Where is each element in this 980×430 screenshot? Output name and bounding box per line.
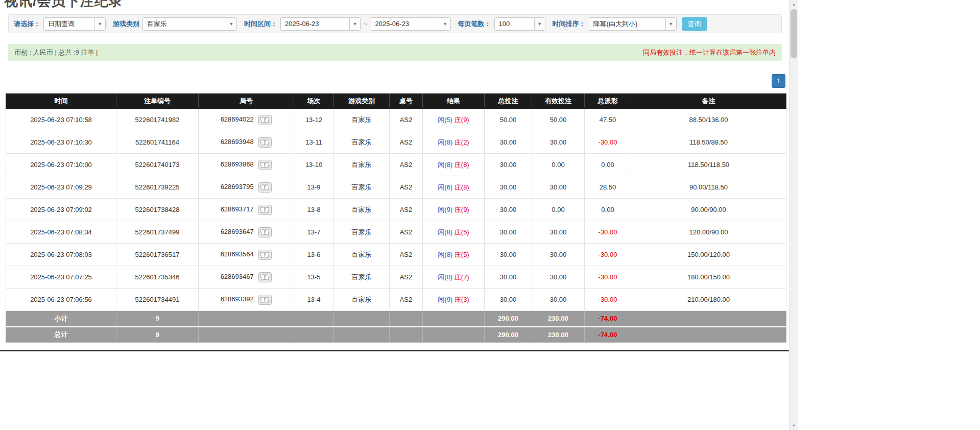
chevron-down-icon[interactable]: ▼ bbox=[665, 18, 676, 30]
cell-total-bet[interactable]: 30.00 bbox=[485, 131, 532, 154]
page-size-select[interactable]: 100 ▼ bbox=[494, 17, 545, 31]
date-from-picker[interactable]: 2025-06-23 ▼ bbox=[280, 17, 361, 31]
header-round: 局号 bbox=[199, 94, 294, 109]
total-valid-bet: 230.00 bbox=[532, 327, 585, 343]
cell-game-type: 百家乐 bbox=[334, 289, 390, 311]
currency-total-text: 币别 : 人民币 | 总共 :9 注单 | bbox=[14, 48, 98, 57]
chevron-down-icon[interactable]: ▼ bbox=[349, 18, 360, 30]
cell-note: 120.00/90.00 bbox=[631, 221, 786, 244]
cell-session: 13-8 bbox=[294, 199, 334, 221]
cell-round: 628693647 bbox=[199, 221, 294, 244]
page-1-button[interactable]: 1 bbox=[772, 74, 785, 88]
cell-round: 628693717 bbox=[199, 199, 294, 221]
player-result: 闲(6) bbox=[438, 183, 452, 191]
time-sort-value: 降冪(由大到小) bbox=[589, 18, 665, 30]
banker-result: 庄(9) bbox=[455, 206, 469, 213]
subtotal-count: 9 bbox=[116, 311, 199, 327]
query-type-label: 请选择： bbox=[14, 19, 40, 29]
view-cards-icon[interactable] bbox=[258, 250, 272, 260]
cell-valid-bet: 30.00 bbox=[532, 266, 585, 289]
banker-result: 庄(2) bbox=[455, 138, 469, 146]
cell-result: 闲(6) 庄(8) bbox=[423, 176, 485, 199]
view-cards-icon[interactable] bbox=[258, 137, 272, 148]
view-cards-icon[interactable] bbox=[258, 205, 272, 215]
subtotal-row: 小计 9 290.00 230.00 -74.00 bbox=[6, 311, 786, 327]
round-number: 628693948 bbox=[221, 138, 254, 146]
cell-total-bet[interactable]: 30.00 bbox=[485, 266, 532, 289]
cell-game-type: 百家乐 bbox=[334, 154, 390, 176]
banker-result: 庄(5) bbox=[455, 251, 469, 258]
subtotal-valid-bet: 230.00 bbox=[532, 311, 585, 327]
cell-result: 闲(8) 庄(2) bbox=[423, 131, 485, 154]
cell-total-bet[interactable]: 30.00 bbox=[485, 221, 532, 244]
query-type-select[interactable]: 日期查询 ▼ bbox=[43, 17, 106, 31]
total-count: 9 bbox=[116, 327, 199, 343]
cell-session: 13-6 bbox=[294, 244, 334, 266]
cell-payout: 0.00 bbox=[585, 199, 631, 221]
cell-session: 13-10 bbox=[294, 154, 334, 176]
date-to-picker[interactable]: 2025-06-23 ▼ bbox=[371, 17, 451, 31]
round-number: 628693392 bbox=[221, 295, 254, 303]
table-row: 2025-06-23 07:07:25 522601735346 6286934… bbox=[6, 266, 786, 289]
cell-total-bet[interactable]: 50.00 bbox=[485, 109, 532, 131]
chevron-down-icon[interactable]: ▼ bbox=[94, 18, 105, 30]
cell-table-no: AS2 bbox=[390, 199, 423, 221]
cell-game-type: 百家乐 bbox=[334, 221, 390, 244]
scroll-up-icon[interactable]: ▲ bbox=[790, 0, 798, 9]
cell-session: 13-9 bbox=[294, 176, 334, 199]
cell-game-type: 百家乐 bbox=[334, 176, 390, 199]
chevron-down-icon[interactable]: ▼ bbox=[534, 18, 545, 30]
cell-result: 闲(8) 庄(5) bbox=[423, 244, 485, 266]
search-button[interactable]: 查询 bbox=[682, 17, 707, 31]
view-cards-icon[interactable] bbox=[258, 115, 272, 125]
date-to-value: 2025-06-23 bbox=[371, 18, 440, 30]
view-cards-icon[interactable] bbox=[258, 227, 272, 237]
header-result: 结果 bbox=[423, 94, 485, 109]
cell-round: 628693467 bbox=[199, 266, 294, 289]
time-sort-select[interactable]: 降冪(由大到小) ▼ bbox=[589, 17, 677, 31]
table-row: 2025-06-23 07:10:58 522601741982 6286940… bbox=[6, 109, 786, 131]
cell-total-bet[interactable]: 30.00 bbox=[485, 176, 532, 199]
cell-result: 闲(8) 庄(8) bbox=[423, 154, 485, 176]
view-cards-icon[interactable] bbox=[258, 160, 272, 170]
cell-total-bet[interactable]: 30.00 bbox=[485, 199, 532, 221]
cell-round: 628694022 bbox=[199, 109, 294, 131]
banker-result: 庄(8) bbox=[455, 183, 469, 191]
cell-table-no: AS2 bbox=[390, 176, 423, 199]
chevron-down-icon[interactable]: ▼ bbox=[440, 18, 450, 30]
player-result: 闲(9) bbox=[438, 296, 452, 303]
view-cards-icon[interactable] bbox=[258, 272, 272, 282]
header-valid-bet: 有效投注 bbox=[532, 94, 585, 109]
table-row: 2025-06-23 07:10:00 522601740173 6286938… bbox=[6, 154, 786, 176]
cell-bet-id: 522601738428 bbox=[116, 199, 199, 221]
vertical-scrollbar[interactable]: ▲ ▼ bbox=[789, 0, 798, 430]
table-row: 2025-06-23 07:10:30 522601741164 6286939… bbox=[6, 131, 786, 154]
cell-table-no: AS2 bbox=[390, 244, 423, 266]
cell-bet-id: 522601741164 bbox=[116, 131, 199, 154]
view-cards-icon[interactable] bbox=[258, 295, 272, 305]
cell-result: 闲(8) 庄(5) bbox=[423, 221, 485, 244]
time-sort-label: 时间排序： bbox=[553, 19, 586, 29]
cell-valid-bet: 30.00 bbox=[532, 176, 585, 199]
cell-table-no: AS2 bbox=[390, 109, 423, 131]
subtotal-total-bet: 290.00 bbox=[485, 311, 532, 327]
cell-note: 118.50/88.50 bbox=[631, 131, 786, 154]
cell-note: 90.00/90.00 bbox=[631, 199, 786, 221]
cell-total-bet[interactable]: 30.00 bbox=[485, 244, 532, 266]
scrollbar-thumb[interactable] bbox=[791, 9, 797, 58]
chevron-down-icon[interactable]: ▼ bbox=[226, 18, 236, 30]
table-row: 2025-06-23 07:08:03 522601736517 6286935… bbox=[6, 244, 786, 266]
header-note: 备注 bbox=[631, 94, 786, 109]
round-number: 628693868 bbox=[221, 160, 254, 168]
banker-result: 庄(9) bbox=[455, 116, 469, 124]
cell-payout: 28.50 bbox=[585, 176, 631, 199]
scroll-down-icon[interactable]: ▼ bbox=[790, 421, 798, 430]
game-type-select[interactable]: 百家乐 ▼ bbox=[142, 17, 237, 31]
view-cards-icon[interactable] bbox=[258, 182, 272, 193]
cell-time: 2025-06-23 07:09:02 bbox=[6, 199, 116, 221]
banker-result: 庄(7) bbox=[455, 273, 469, 281]
player-result: 闲(9) bbox=[438, 206, 452, 213]
cell-bet-id: 522601741982 bbox=[116, 109, 199, 131]
cell-total-bet[interactable]: 30.00 bbox=[485, 289, 532, 311]
cell-total-bet[interactable]: 30.00 bbox=[485, 154, 532, 176]
